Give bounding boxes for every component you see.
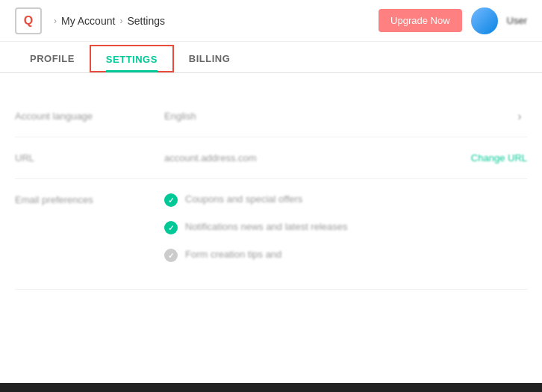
pref-checkbox-form-tips[interactable] bbox=[164, 249, 178, 262]
tabs-bar: PROFILE SETTINGS BILLING bbox=[0, 42, 542, 73]
pref-item-notifications[interactable]: Notifications news and latest releases bbox=[164, 220, 527, 234]
tab-settings[interactable]: SETTINGS bbox=[90, 45, 174, 72]
pref-text-form-tips: Form creation tips and bbox=[185, 248, 281, 261]
settings-content: Account language English › URL account.a… bbox=[0, 73, 542, 312]
account-language-label: Account language bbox=[15, 111, 164, 122]
logo-text: Q bbox=[24, 14, 33, 28]
breadcrumb-chevron-2: › bbox=[119, 16, 122, 26]
pref-item-form-tips[interactable]: Form creation tips and bbox=[164, 248, 527, 262]
pref-checkbox-notifications[interactable] bbox=[164, 221, 178, 234]
account-language-value: English bbox=[164, 111, 512, 122]
avatar[interactable] bbox=[471, 7, 498, 34]
header: Q › My Account › Settings Upgrade Now Us… bbox=[0, 0, 542, 42]
url-row: URL account.address.com Change URL bbox=[15, 137, 527, 179]
account-language-row: Account language English › bbox=[15, 96, 527, 137]
upgrade-button[interactable]: Upgrade Now bbox=[379, 9, 462, 32]
tab-profile[interactable]: PROFILE bbox=[15, 43, 90, 72]
email-preferences-items: Coupons and special offers Notifications… bbox=[164, 193, 527, 276]
url-label: URL bbox=[15, 152, 164, 164]
logo: Q bbox=[15, 7, 42, 34]
breadcrumb-current: Settings bbox=[127, 15, 165, 27]
tab-billing[interactable]: BILLING bbox=[174, 43, 246, 72]
breadcrumb-chevron-1: › bbox=[54, 16, 57, 26]
user-label: User bbox=[507, 15, 527, 26]
pref-text-notifications: Notifications news and latest releases bbox=[185, 220, 348, 234]
pref-text-coupons: Coupons and special offers bbox=[185, 193, 302, 206]
pref-item-coupons[interactable]: Coupons and special offers bbox=[164, 193, 527, 207]
change-url-button[interactable]: Change URL bbox=[471, 152, 527, 164]
email-preferences-section: Email preferences Coupons and special of… bbox=[15, 179, 527, 290]
pref-checkbox-coupons[interactable] bbox=[164, 193, 178, 207]
breadcrumb-my-account[interactable]: My Account bbox=[61, 15, 115, 27]
header-actions: Upgrade Now User bbox=[379, 7, 527, 34]
breadcrumb: › My Account › Settings bbox=[49, 15, 379, 27]
email-preferences-label: Email preferences bbox=[15, 193, 164, 276]
bottom-bar bbox=[0, 383, 542, 392]
account-language-chevron: › bbox=[512, 110, 527, 123]
url-value: account.address.com bbox=[164, 152, 471, 164]
